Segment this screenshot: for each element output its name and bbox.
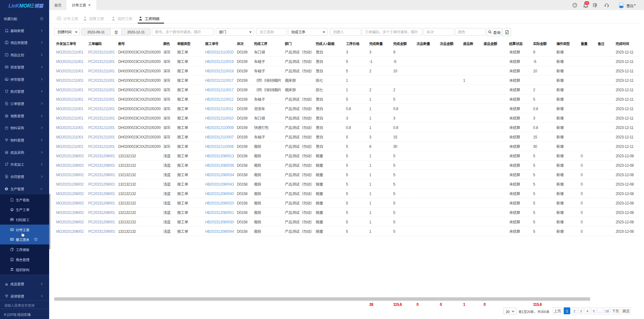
svg-text:?: ? [574, 4, 576, 7]
